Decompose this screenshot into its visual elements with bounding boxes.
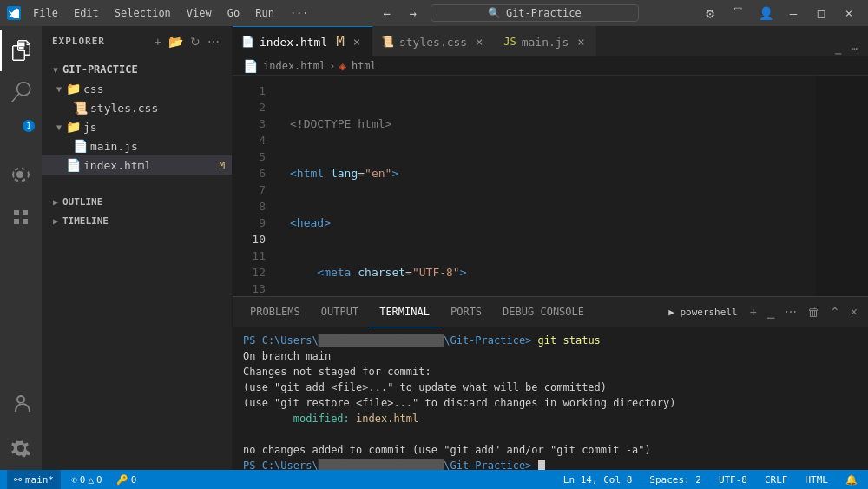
code-content[interactable]: <!DOCTYPE html> <html lang="en"> <head> … — [276, 76, 816, 296]
tree-file-index-html[interactable]: ▶ 📄 index.html M — [42, 155, 232, 175]
tree-file-main-js[interactable]: 📄 main.js — [42, 136, 232, 155]
search-bar[interactable]: 🔍 Git-Practice — [431, 4, 639, 22]
titlebar-right: ⚙ ⎴ 👤 – □ × — [698, 4, 861, 22]
file-html-modified-badge: M — [219, 160, 232, 171]
terminal-line-second-cmd: PS C:\Users\████████████████████\Git-Pra… — [243, 458, 858, 470]
tab-terminal[interactable]: TERMINAL — [369, 297, 440, 327]
tab-styles-css[interactable]: 📜 styles.css × — [372, 26, 495, 56]
sidebar-content: ▼ GIT-PRACTICE ▼ 📁 css 📜 styles.css ▼ — [42, 56, 232, 470]
tree-folder-css[interactable]: ▼ 📁 css — [42, 79, 232, 98]
git-branch-status[interactable]: ⚯ main* — [7, 470, 61, 489]
accounts-icon[interactable]: 👤 — [753, 4, 778, 22]
run-debug-activity-item[interactable] — [0, 155, 42, 196]
refresh-button[interactable]: ↻ — [188, 33, 202, 50]
more-actions-button[interactable]: ⋯ — [848, 41, 861, 56]
split-terminal-button[interactable]: ⎯ — [764, 303, 778, 320]
kill-terminal-button[interactable]: 🗑 — [804, 303, 823, 320]
sidebar-header: EXPLORER + 📂 ↻ ⋯ — [42, 26, 232, 56]
tab-index-html-close[interactable]: × — [350, 35, 364, 49]
status-position[interactable]: Ln 14, Col 8 — [560, 470, 635, 489]
folder-js-label: js — [83, 121, 232, 134]
code-line-1: <!DOCTYPE html> — [290, 116, 816, 132]
menu-run[interactable]: Run — [248, 5, 281, 21]
remote-icon[interactable]: ⚙ — [698, 4, 722, 22]
tab-index-html[interactable]: 📄 index.html M × — [233, 26, 372, 56]
new-terminal-button[interactable]: + — [746, 303, 760, 320]
status-language[interactable]: HTML — [802, 470, 832, 489]
minimap — [816, 76, 868, 296]
terminal-prompt: PS C:\Users\ — [243, 334, 319, 347]
terminal-line-7: no changes added to commit (use "git add… — [243, 442, 858, 458]
breadcrumb-html[interactable]: html — [352, 60, 377, 72]
tab-ports[interactable]: PORTS — [440, 297, 492, 327]
close-panel-button[interactable]: × — [847, 303, 861, 320]
menu-go[interactable]: Go — [220, 5, 247, 21]
tab-index-html-label: index.html — [260, 36, 327, 49]
menu-view[interactable]: View — [180, 5, 219, 21]
activity-bar: 1 — [0, 26, 42, 470]
terminal-command: git status — [538, 334, 601, 347]
search-activity-item[interactable] — [0, 71, 42, 113]
layout-icon[interactable]: ⎴ — [726, 4, 750, 22]
terminal-line-5: modified: index.html — [243, 411, 858, 426]
status-notifications[interactable]: 🔔 — [842, 470, 861, 489]
status-keys[interactable]: 🔑 0 — [113, 470, 141, 489]
timeline-header[interactable]: ▶ TIMELINE — [42, 211, 232, 230]
terminal-cursor — [538, 460, 545, 471]
new-folder-button[interactable]: 📂 — [167, 33, 185, 50]
status-errors[interactable]: ✆ 0 △ 0 — [68, 470, 106, 489]
menu-more[interactable]: ··· — [283, 5, 316, 21]
menu-bar: File Edit Selection View Go Run ··· — [26, 5, 316, 21]
tree-root-item[interactable]: ▼ GIT-PRACTICE — [42, 60, 232, 79]
tab-debug-console[interactable]: DEBUG CONSOLE — [492, 297, 595, 327]
split-editor-button[interactable]: ⎯ — [832, 41, 845, 56]
tree-file-styles-css[interactable]: 📜 styles.css — [42, 98, 232, 117]
tab-main-js-close[interactable]: × — [574, 35, 588, 49]
tab-main-js-label: main.js — [522, 36, 569, 49]
accounts-activity-item[interactable] — [0, 383, 42, 425]
status-bar: ⚯ main* ✆ 0 △ 0 🔑 0 Ln 14, Col 8 Spaces:… — [0, 470, 868, 489]
tab-problems[interactable]: PROBLEMS — [240, 297, 311, 327]
source-control-activity-item[interactable]: 1 — [0, 113, 42, 155]
tree-folder-js[interactable]: ▼ 📁 js — [42, 117, 232, 136]
menu-edit[interactable]: Edit — [67, 5, 106, 21]
explorer-activity-item[interactable] — [0, 30, 42, 71]
main-container: 1 EXPLORER + 📂 ↻ ⋯ — [0, 26, 868, 470]
status-line-ending[interactable]: CRLF — [761, 470, 792, 489]
tab-styles-css-close[interactable]: × — [472, 35, 486, 49]
status-spaces[interactable]: Spaces: 2 — [646, 470, 705, 489]
tab-index-html-modified: M — [336, 35, 345, 49]
new-file-button[interactable]: + — [153, 33, 163, 50]
terminal-line-2: Changes not staged for commit: — [243, 364, 858, 380]
collapse-all-button[interactable]: ⋯ — [206, 33, 221, 50]
forward-button[interactable]: → — [401, 4, 425, 22]
code-line-4: <meta charset="UTF-8"> — [290, 264, 816, 281]
menu-file[interactable]: File — [26, 5, 65, 21]
maximize-panel-button[interactable]: ⌃ — [826, 303, 844, 320]
terminal-content[interactable]: PS C:\Users\████████████████████\Git-Pra… — [233, 327, 868, 470]
breadcrumb-file[interactable]: index.html — [263, 60, 326, 72]
panel-tab-bar: PROBLEMS OUTPUT TERMINAL PORTS DEBUG CON… — [233, 297, 868, 327]
extensions-activity-item[interactable] — [0, 196, 42, 238]
menu-selection[interactable]: Selection — [108, 5, 178, 21]
minimize-button[interactable]: – — [781, 4, 806, 22]
outline-header[interactable]: ▶ OUTLINE — [42, 192, 232, 211]
titlebar: File Edit Selection View Go Run ··· ← → … — [0, 0, 868, 26]
maximize-button[interactable]: □ — [809, 4, 833, 22]
settings-activity-item[interactable] — [0, 428, 42, 470]
close-button[interactable]: × — [837, 4, 861, 22]
folder-css-icon: 📁 — [66, 82, 80, 96]
tab-js-icon: JS — [503, 36, 516, 48]
warning-icon: △ — [88, 474, 94, 486]
back-button[interactable]: ← — [375, 4, 399, 22]
terminal-more-button[interactable]: ⋯ — [781, 303, 800, 320]
root-arrow-icon: ▼ — [49, 63, 62, 76]
status-encoding[interactable]: UTF-8 — [715, 470, 751, 489]
tab-main-js[interactable]: JS main.js × — [495, 26, 596, 56]
tab-output[interactable]: OUTPUT — [311, 297, 369, 327]
terminal-line-6 — [243, 426, 858, 442]
git-branch-label: main* — [25, 474, 54, 486]
folder-js-icon: 📁 — [66, 120, 80, 134]
file-js-icon: 📄 — [73, 139, 87, 153]
code-editor[interactable]: 1 2 3 4 5 6 7 8 9 10 11 12 13 14 <!DOCTY… — [233, 76, 868, 296]
